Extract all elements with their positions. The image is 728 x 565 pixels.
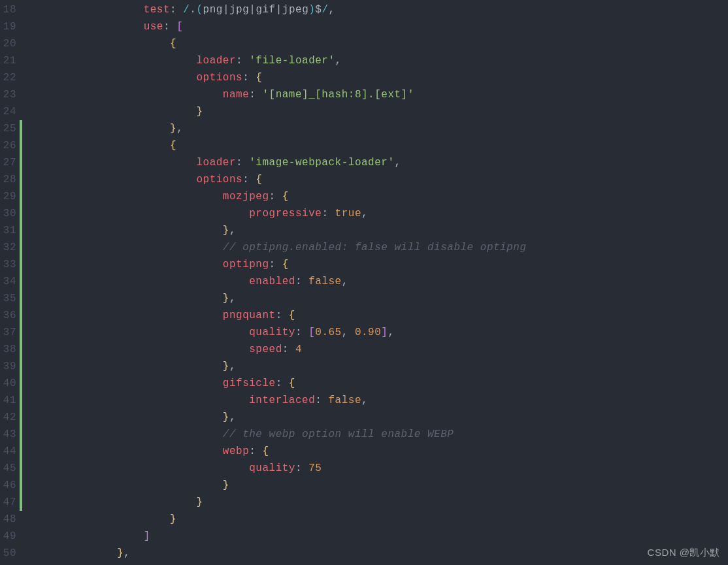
token-com: // optipng.enabled: false will disable o… [223,242,527,253]
line-number: 22 [0,69,20,86]
token-reg: / [183,4,190,16]
token-num: 0.65 [315,327,341,338]
token-prop: quality [249,462,295,474]
token-bool: true [335,208,361,219]
line-number: 46 [0,477,20,494]
code-line[interactable]: quality: [0.65, 0.90], [38,324,527,341]
code-line[interactable]: loader: 'file-loader', [38,52,527,69]
code-line[interactable]: pngquant: { [38,307,527,324]
token-prop: name [223,89,249,101]
line-number: 40 [0,375,20,392]
token-brace: { [289,378,295,389]
token-brace: { [170,140,176,152]
token-prop: optipng [223,259,269,270]
token-regbody: gif [256,4,275,16]
code-line[interactable]: options: { [38,69,527,86]
line-number: 48 [0,511,20,528]
code-line[interactable]: speed: 4 [38,341,527,358]
token-punc: : [276,310,289,321]
token-brace: { [256,72,262,84]
token-punc: : [242,174,256,186]
code-line[interactable]: gifsicle: { [38,375,527,392]
code-line[interactable]: progressive: true, [38,205,527,222]
token-brace: { [170,38,176,50]
token-num: 4 [295,344,302,355]
line-number: 23 [0,86,20,103]
code-line[interactable]: test: /.(png|jpg|gif|jpeg)$/, [38,1,527,18]
watermark: CSDN @凯小默 [648,544,720,561]
code-line[interactable]: loader: 'image-webpack-loader', [38,154,527,171]
line-number: 30 [0,205,20,222]
code-line[interactable]: optipng: { [38,256,527,273]
token-prop: interlaced [249,395,315,406]
token-punc: : [322,208,335,219]
token-bracket: ] [381,327,388,338]
token-brace: } [196,496,203,508]
code-line[interactable]: }, [38,358,527,375]
token-com: // the webp option will enable WEBP [223,428,454,440]
code-line[interactable]: { [38,35,527,52]
token-brace: } [170,513,176,525]
code-line[interactable]: ] [38,528,527,545]
token-punc: , [342,327,355,338]
code-line[interactable]: }, [38,120,527,137]
line-number: 45 [0,460,20,477]
token-brace: { [289,310,295,321]
line-number: 49 [0,528,20,545]
code-line[interactable]: }, [38,409,527,426]
token-brace: } [223,361,229,372]
code-line[interactable]: }, [38,290,527,307]
code-line[interactable]: } [38,511,527,528]
line-number: 43 [0,426,20,443]
code-line[interactable]: options: { [38,171,527,188]
line-number: 37 [0,324,20,341]
token-brace: { [256,174,262,186]
line-number: 32 [0,239,20,256]
code-line[interactable]: interlaced: false, [38,392,527,409]
code-line[interactable]: enabled: false, [38,273,527,290]
token-punc: : [295,462,308,474]
token-brace: } [223,412,229,423]
token-prop: enabled [249,276,295,287]
line-number: 19 [0,18,20,35]
code-line[interactable]: } [38,103,527,120]
line-number: 29 [0,188,20,205]
line-number: 36 [0,307,20,324]
code-line[interactable]: }, [38,222,527,239]
token-brace: } [170,123,176,135]
line-number: 39 [0,358,20,375]
line-number: 38 [0,341,20,358]
line-number: 33 [0,256,20,273]
code-area[interactable]: test: /.(png|jpg|gif|jpeg)$/, use: [ { l… [38,1,527,562]
line-number: 44 [0,443,20,460]
token-prop: options [196,174,242,186]
code-line[interactable]: mozjpeg: { [38,188,527,205]
code-line[interactable]: // optipng.enabled: false will disable o… [38,239,527,256]
code-line[interactable]: } [38,494,527,511]
token-punc: : [242,72,256,84]
code-line[interactable]: { [38,137,527,154]
token-punc: , [335,55,342,67]
code-line[interactable]: use: [ [38,18,527,35]
token-punc: , [176,123,183,135]
token-str: '[name]_[hash:8].[ext]' [262,89,414,101]
token-punc: : [282,344,295,355]
code-line[interactable]: }, [38,545,527,562]
code-line[interactable]: } [38,477,527,494]
token-prop: options [196,72,242,84]
token-paren: ( [196,4,203,16]
token-punc: , [229,412,236,423]
code-line[interactable]: // the webp option will enable WEBP [38,426,527,443]
token-prop: loader [196,55,236,67]
code-line[interactable]: quality: 75 [38,460,527,477]
token-brace: } [223,225,229,236]
line-number: 26 [0,137,20,154]
line-number: 25 [0,120,20,137]
token-punc: | [249,4,256,16]
token-num: 75 [308,462,322,474]
token-brace: } [223,293,229,304]
code-line[interactable]: webp: { [38,443,527,460]
token-punc: : [276,378,289,389]
token-punc: : [236,55,249,67]
code-line[interactable]: name: '[name]_[hash:8].[ext]' [38,86,527,103]
